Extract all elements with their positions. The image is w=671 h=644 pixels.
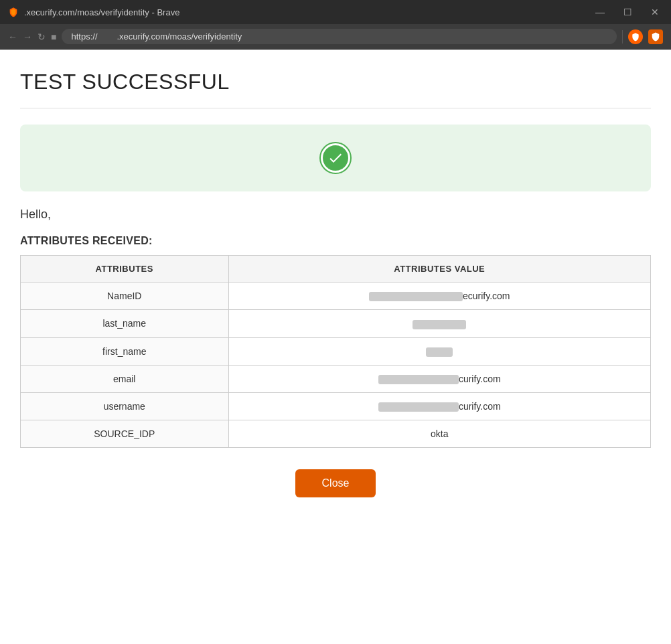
refresh-icon[interactable]: ↻: [38, 31, 46, 42]
svg-text:!: !: [655, 35, 656, 39]
browser-title: .xecurify.com/moas/verifyidentity - Brav…: [24, 7, 179, 17]
close-window-button[interactable]: ✕: [647, 5, 663, 19]
table-row: SOURCE_IDPokta: [21, 420, 651, 448]
forward-icon[interactable]: →: [23, 31, 32, 42]
back-icon[interactable]: ←: [8, 31, 17, 42]
table-cell-value: okta: [228, 420, 650, 448]
table-row: usernamecurify.com: [21, 393, 651, 420]
table-cell-attr: last_name: [21, 310, 229, 337]
table-cell-value: [228, 310, 650, 337]
col-values-header: ATTRIBUTES VALUE: [228, 256, 650, 283]
address-bar-divider: [622, 30, 623, 44]
hello-text: Hello,: [20, 208, 651, 222]
title-divider: [20, 108, 651, 108]
title-bar-left: .xecurify.com/moas/verifyidentity - Brav…: [8, 7, 179, 17]
table-cell-value: curify.com: [228, 365, 650, 392]
table-cell-attr: SOURCE_IDP: [21, 420, 229, 448]
attributes-table: ATTRIBUTES ATTRIBUTES VALUE NameIDecurif…: [20, 255, 651, 448]
url-input[interactable]: [62, 29, 617, 44]
table-cell-attr: NameID: [21, 283, 229, 310]
brave-rewards-icon[interactable]: [628, 29, 643, 44]
table-row: last_name: [21, 310, 651, 337]
window-controls: — ☐ ✕: [591, 5, 663, 19]
brave-shield-icon[interactable]: !: [648, 29, 663, 44]
table-row: emailcurify.com: [21, 365, 651, 392]
close-button[interactable]: Close: [295, 469, 376, 497]
maximize-button[interactable]: ☐: [619, 5, 636, 19]
browser-chrome: .xecurify.com/moas/verifyidentity - Brav…: [0, 0, 671, 50]
table-cell-value: [228, 337, 650, 365]
address-bar: ← → ↻ ■ !: [0, 24, 671, 50]
table-row: NameIDecurify.com: [21, 283, 651, 310]
browser-logo-icon: [8, 7, 19, 17]
table-cell-attr: username: [21, 393, 229, 420]
page-content: TEST SUCCESSFUL Hello, ATTRIBUTES RECEIV…: [0, 50, 671, 644]
table-row: first_name: [21, 337, 651, 365]
title-bar: .xecurify.com/moas/verifyidentity - Brav…: [0, 0, 671, 24]
extensions-icon[interactable]: ■: [51, 31, 56, 42]
table-cell-attr: first_name: [21, 337, 229, 365]
attributes-heading: ATTRIBUTES RECEIVED:: [20, 235, 651, 247]
success-check-icon: [321, 143, 350, 173]
minimize-button[interactable]: —: [591, 5, 609, 19]
table-cell-value: curify.com: [228, 393, 650, 420]
table-cell-attr: email: [21, 365, 229, 392]
table-cell-value: ecurify.com: [228, 283, 650, 310]
success-banner: [20, 125, 651, 191]
col-attributes-header: ATTRIBUTES: [21, 256, 229, 283]
table-header-row: ATTRIBUTES ATTRIBUTES VALUE: [21, 256, 651, 283]
page-title: TEST SUCCESSFUL: [20, 70, 651, 94]
